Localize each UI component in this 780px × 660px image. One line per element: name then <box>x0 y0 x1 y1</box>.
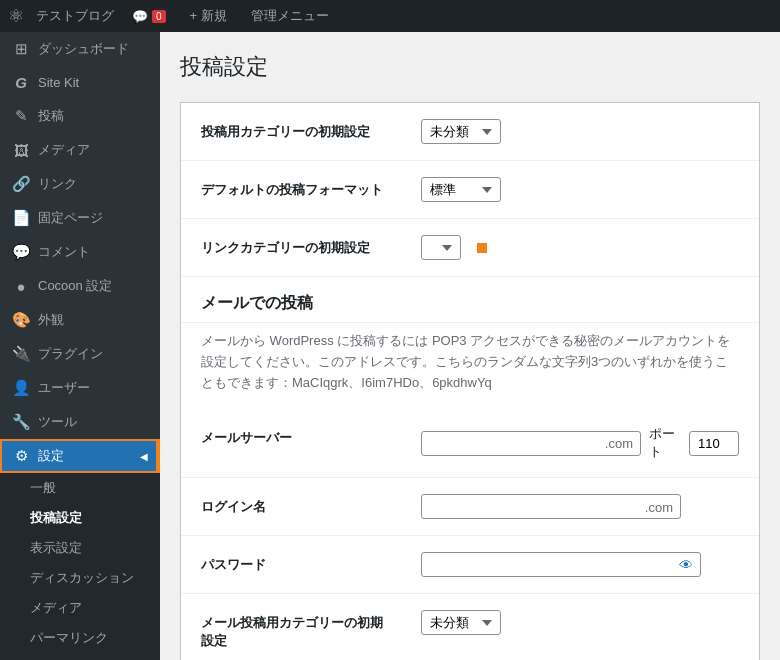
link-category-row: リンクカテゴリーの初期設定 <box>181 219 759 277</box>
mail-server-suffix: .com <box>605 436 633 451</box>
category-select[interactable]: 未分類 <box>421 119 501 144</box>
login-name-field: .com <box>421 494 739 519</box>
sidebar-item-media[interactable]: 🖼 メディア <box>0 133 160 167</box>
media-icon: 🖼 <box>12 142 30 159</box>
sidebar-item-settings[interactable]: ⚙ 設定 ◀ <box>0 439 160 473</box>
tools-icon: 🔧 <box>12 413 30 431</box>
password-row: パスワード 👁 <box>181 536 759 594</box>
login-name-input[interactable] <box>421 494 681 519</box>
orange-indicator <box>477 243 487 253</box>
mail-category-label: メール投稿用カテゴリーの初期 設定 <box>201 610 421 650</box>
category-field: 未分類 <box>421 119 739 144</box>
posts-icon: ✎ <box>12 107 30 125</box>
mail-category-row: メール投稿用カテゴリーの初期 設定 未分類 <box>181 594 759 660</box>
sidebar-item-users[interactable]: 👤 ユーザー <box>0 371 160 405</box>
link-category-field <box>421 235 739 260</box>
sitekit-icon: G <box>12 74 30 91</box>
settings-arrow-icon: ◀ <box>140 451 148 462</box>
port-input[interactable] <box>689 431 739 456</box>
settings-icon: ⚙ <box>12 447 30 465</box>
mail-server-label: メールサーバー <box>201 425 421 447</box>
login-name-label: ログイン名 <box>201 494 421 516</box>
sidebar-item-pages[interactable]: 📄 固定ページ <box>0 201 160 235</box>
main-content: 投稿設定 投稿用カテゴリーの初期設定 未分類 デフォルトの投稿フォーマット <box>160 32 780 660</box>
sidebar-item-tools[interactable]: 🔧 ツール <box>0 405 160 439</box>
site-name[interactable]: テストブログ <box>36 7 114 25</box>
appearance-icon: 🎨 <box>12 311 30 329</box>
mail-server-row: メールサーバー .com ポート <box>181 409 759 478</box>
cocoon-icon: ● <box>12 278 30 295</box>
category-label: 投稿用カテゴリーの初期設定 <box>201 119 421 141</box>
port-label: ポート <box>649 425 681 461</box>
wp-logo-icon[interactable]: ⚛ <box>8 5 24 27</box>
comments-adminbar[interactable]: 💬 0 <box>126 9 172 24</box>
format-field: 標準 <box>421 177 739 202</box>
submenu-general[interactable]: 一般 <box>0 473 160 503</box>
link-category-label: リンクカテゴリーの初期設定 <box>201 235 421 257</box>
mail-category-select[interactable]: 未分類 <box>421 610 501 635</box>
mail-section-desc: メールから WordPress に投稿するには POP3 アクセスができる秘密の… <box>181 323 759 409</box>
submenu-privacy[interactable]: プライバシー <box>0 653 160 660</box>
login-suffix: .com <box>645 499 673 514</box>
comments-icon: 💬 <box>12 243 30 261</box>
comment-icon: 💬 <box>132 9 148 24</box>
password-toggle-icon[interactable]: 👁 <box>679 557 693 573</box>
submenu-writing[interactable]: 投稿設定 <box>0 503 160 533</box>
format-row: デフォルトの投稿フォーマット 標準 <box>181 161 759 219</box>
password-field: 👁 <box>421 552 739 577</box>
format-label: デフォルトの投稿フォーマット <box>201 177 421 199</box>
page-title: 投稿設定 <box>180 52 760 82</box>
admin-bar: ⚛ テストブログ 💬 0 + 新規 管理メニュー <box>0 0 780 32</box>
submenu-reading[interactable]: 表示設定 <box>0 533 160 563</box>
mail-section-title: メールでの投稿 <box>181 277 759 323</box>
dashboard-icon: ⊞ <box>12 40 30 58</box>
submenu-permalink[interactable]: パーマリンク <box>0 623 160 653</box>
admin-menu-button[interactable]: 管理メニュー <box>245 7 335 25</box>
submenu-media[interactable]: メディア <box>0 593 160 623</box>
sidebar-item-comments[interactable]: 💬 コメント <box>0 235 160 269</box>
new-post-button[interactable]: + 新規 <box>184 7 233 25</box>
plugins-icon: 🔌 <box>12 345 30 363</box>
format-select[interactable]: 標準 <box>421 177 501 202</box>
sidebar-item-plugins[interactable]: 🔌 プラグイン <box>0 337 160 371</box>
mail-category-field: 未分類 <box>421 610 739 635</box>
mail-server-field: .com ポート <box>421 425 739 461</box>
sidebar-item-sitekit[interactable]: G Site Kit <box>0 66 160 99</box>
pages-icon: 📄 <box>12 209 30 227</box>
users-icon: 👤 <box>12 379 30 397</box>
category-row: 投稿用カテゴリーの初期設定 未分類 <box>181 103 759 161</box>
login-name-row: ログイン名 .com <box>181 478 759 536</box>
links-icon: 🔗 <box>12 175 30 193</box>
sidebar: ⊞ ダッシュボード G Site Kit ✎ 投稿 🖼 メディア 🔗 リンク 📄… <box>0 32 160 660</box>
sidebar-item-dashboard[interactable]: ⊞ ダッシュボード <box>0 32 160 66</box>
sidebar-item-appearance[interactable]: 🎨 外観 <box>0 303 160 337</box>
sidebar-item-links[interactable]: 🔗 リンク <box>0 167 160 201</box>
password-input[interactable] <box>421 552 701 577</box>
settings-card: 投稿用カテゴリーの初期設定 未分類 デフォルトの投稿フォーマット 標準 <box>180 102 760 660</box>
sidebar-item-posts[interactable]: ✎ 投稿 <box>0 99 160 133</box>
submenu-discussion[interactable]: ディスカッション <box>0 563 160 593</box>
sidebar-item-cocoon[interactable]: ● Cocoon 設定 <box>0 269 160 303</box>
password-label: パスワード <box>201 552 421 574</box>
settings-submenu: 一般 投稿設定 表示設定 ディスカッション メディア パーマリンク プライバシー <box>0 473 160 660</box>
link-category-select[interactable] <box>421 235 461 260</box>
